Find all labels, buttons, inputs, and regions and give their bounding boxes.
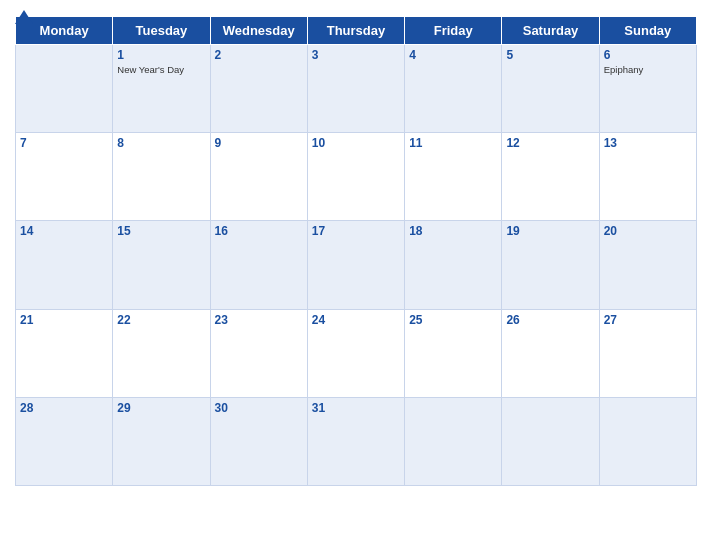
calendar-cell: 2 — [210, 45, 307, 133]
day-number: 17 — [312, 224, 400, 238]
day-number: 7 — [20, 136, 108, 150]
day-number: 30 — [215, 401, 303, 415]
calendar-week-row: 21222324252627 — [16, 309, 697, 397]
calendar-week-row: 28293031 — [16, 397, 697, 485]
calendar-cell: 17 — [307, 221, 404, 309]
calendar-cell: 21 — [16, 309, 113, 397]
svg-marker-0 — [15, 10, 33, 24]
day-number: 5 — [506, 48, 594, 62]
weekday-header-sunday: Sunday — [599, 17, 696, 45]
calendar-cell: 1New Year's Day — [113, 45, 210, 133]
calendar-container: MondayTuesdayWednesdayThursdayFridaySatu… — [0, 0, 712, 550]
calendar-cell: 23 — [210, 309, 307, 397]
calendar-cell — [16, 45, 113, 133]
day-number: 28 — [20, 401, 108, 415]
calendar-cell: 8 — [113, 133, 210, 221]
logo-bird-icon — [15, 10, 33, 24]
day-number: 4 — [409, 48, 497, 62]
day-number: 23 — [215, 313, 303, 327]
day-number: 26 — [506, 313, 594, 327]
calendar-week-row: 78910111213 — [16, 133, 697, 221]
weekday-header-row: MondayTuesdayWednesdayThursdayFridaySatu… — [16, 17, 697, 45]
weekday-header-tuesday: Tuesday — [113, 17, 210, 45]
calendar-cell — [405, 397, 502, 485]
day-number: 3 — [312, 48, 400, 62]
day-number: 14 — [20, 224, 108, 238]
logo — [15, 10, 35, 24]
calendar-cell: 6Epiphany — [599, 45, 696, 133]
calendar-cell: 9 — [210, 133, 307, 221]
day-number: 2 — [215, 48, 303, 62]
calendar-cell: 28 — [16, 397, 113, 485]
calendar-cell: 5 — [502, 45, 599, 133]
day-number: 24 — [312, 313, 400, 327]
calendar-cell: 29 — [113, 397, 210, 485]
day-number: 13 — [604, 136, 692, 150]
day-number: 29 — [117, 401, 205, 415]
holiday-label: New Year's Day — [117, 64, 205, 75]
day-number: 11 — [409, 136, 497, 150]
day-number: 22 — [117, 313, 205, 327]
calendar-cell: 7 — [16, 133, 113, 221]
calendar-cell: 10 — [307, 133, 404, 221]
weekday-header-wednesday: Wednesday — [210, 17, 307, 45]
day-number: 9 — [215, 136, 303, 150]
calendar-cell: 18 — [405, 221, 502, 309]
calendar-week-row: 1New Year's Day23456Epiphany — [16, 45, 697, 133]
calendar-cell: 27 — [599, 309, 696, 397]
calendar-cell: 20 — [599, 221, 696, 309]
day-number: 8 — [117, 136, 205, 150]
day-number: 27 — [604, 313, 692, 327]
weekday-header-friday: Friday — [405, 17, 502, 45]
calendar-cell: 26 — [502, 309, 599, 397]
calendar-cell: 12 — [502, 133, 599, 221]
day-number: 15 — [117, 224, 205, 238]
day-number: 16 — [215, 224, 303, 238]
calendar-cell: 14 — [16, 221, 113, 309]
holiday-label: Epiphany — [604, 64, 692, 75]
calendar-cell: 30 — [210, 397, 307, 485]
calendar-cell: 11 — [405, 133, 502, 221]
calendar-cell — [599, 397, 696, 485]
day-number: 31 — [312, 401, 400, 415]
calendar-table: MondayTuesdayWednesdayThursdayFridaySatu… — [15, 16, 697, 486]
day-number: 10 — [312, 136, 400, 150]
calendar-cell: 24 — [307, 309, 404, 397]
day-number: 18 — [409, 224, 497, 238]
calendar-cell — [502, 397, 599, 485]
calendar-week-row: 14151617181920 — [16, 221, 697, 309]
day-number: 19 — [506, 224, 594, 238]
calendar-cell: 25 — [405, 309, 502, 397]
calendar-cell: 3 — [307, 45, 404, 133]
calendar-cell: 31 — [307, 397, 404, 485]
calendar-cell: 22 — [113, 309, 210, 397]
weekday-header-thursday: Thursday — [307, 17, 404, 45]
calendar-cell: 13 — [599, 133, 696, 221]
calendar-cell: 15 — [113, 221, 210, 309]
day-number: 6 — [604, 48, 692, 62]
calendar-cell: 19 — [502, 221, 599, 309]
day-number: 1 — [117, 48, 205, 62]
day-number: 20 — [604, 224, 692, 238]
calendar-cell: 16 — [210, 221, 307, 309]
calendar-cell: 4 — [405, 45, 502, 133]
day-number: 21 — [20, 313, 108, 327]
weekday-header-saturday: Saturday — [502, 17, 599, 45]
day-number: 25 — [409, 313, 497, 327]
day-number: 12 — [506, 136, 594, 150]
logo-blue-text — [15, 10, 35, 24]
